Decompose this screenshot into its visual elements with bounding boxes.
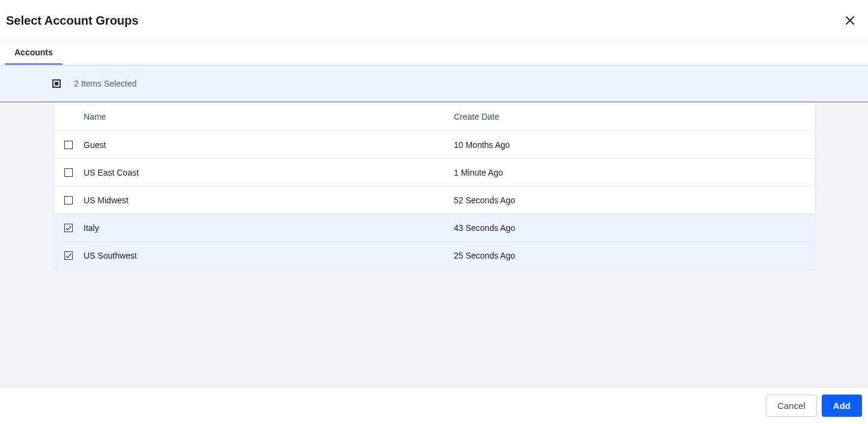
row-create-date: 10 Months Ago [454,140,815,150]
close-button[interactable] [842,12,858,29]
modal-header: Select Account Groups [0,0,868,40]
row-name: US East Coast [84,168,454,177]
row-checkbox-cell [53,251,84,260]
row-name: US Midwest [84,195,454,205]
select-all-checkbox[interactable] [52,79,61,88]
cancel-button[interactable]: Cancel [766,395,817,417]
add-button-label: Add [833,401,851,411]
modal-title: Select Account Groups [6,14,138,28]
cancel-button-label: Cancel [777,401,805,411]
check-icon [65,252,72,259]
modal-footer: Cancel Add [0,387,868,424]
selection-count-text: 2 Items Selected [74,79,136,88]
row-create-date: 1 Minute Ago [454,168,815,177]
table-row[interactable]: US Midwest52 Seconds Ago [53,186,815,214]
modal-body: Name Create Date Guest10 Months AgoUS Ea… [0,102,868,387]
table-header-row: Name Create Date [53,102,815,131]
column-header-create-date[interactable]: Create Date [454,112,815,121]
table-row[interactable]: US Southwest25 Seconds Ago [53,242,815,269]
table-row[interactable]: US East Coast1 Minute Ago [53,159,815,186]
row-name: Italy [84,223,454,233]
row-name: Guest [84,140,454,150]
close-icon [844,14,856,26]
select-account-groups-modal: Select Account Groups Accounts 2 Items S… [0,0,868,424]
tab-bar: Accounts [0,40,868,65]
add-button[interactable]: Add [822,395,862,417]
column-header-name[interactable]: Name [84,112,454,121]
row-checkbox[interactable] [64,141,73,149]
row-checkbox-cell [53,168,84,177]
row-checkbox[interactable] [64,196,73,204]
check-icon [65,224,72,232]
selection-bar: 2 Items Selected [0,65,868,102]
checkbox-indeterminate-icon [55,82,58,85]
tab-accounts[interactable]: Accounts [5,40,63,65]
row-checkbox[interactable] [64,168,73,177]
row-name: US Southwest [84,251,454,260]
row-create-date: 43 Seconds Ago [454,223,815,233]
table-row[interactable]: Guest10 Months Ago [53,131,815,159]
account-groups-table: Name Create Date Guest10 Months AgoUS Ea… [53,102,815,270]
row-checkbox-cell [53,196,84,204]
row-checkbox-cell [53,224,84,232]
row-checkbox[interactable] [64,224,73,232]
row-create-date: 25 Seconds Ago [454,251,815,260]
row-create-date: 52 Seconds Ago [454,195,815,205]
table-row[interactable]: Italy43 Seconds Ago [53,214,815,242]
row-checkbox-cell [53,141,84,149]
tab-label: Accounts [14,48,53,57]
row-checkbox[interactable] [64,251,73,260]
